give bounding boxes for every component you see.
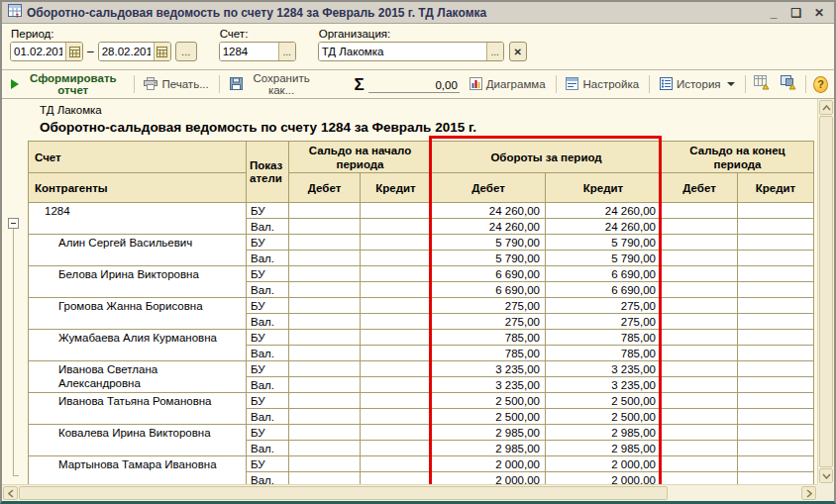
start-debit-cell[interactable] [289,441,361,456]
save-as-button[interactable]: Сохранить как... [227,70,320,98]
start-credit-cell[interactable] [361,282,432,298]
calendar-icon[interactable] [65,43,82,60]
end-debit-cell[interactable] [662,235,738,251]
turn-credit-cell[interactable]: 2 500,00 [546,409,662,425]
end-debit-cell[interactable] [662,251,738,266]
end-credit-cell[interactable] [738,314,814,330]
end-debit-cell[interactable] [662,377,738,393]
indicator-cell[interactable]: Вал. [247,346,289,361]
end-credit-cell[interactable] [738,456,814,472]
turn-debit-cell[interactable]: 2 500,00 [432,409,546,425]
indicator-cell[interactable]: Вал. [247,409,289,425]
turn-debit-cell[interactable]: 785,00 [432,346,546,361]
start-credit-cell[interactable] [361,361,432,377]
start-debit-cell[interactable] [289,282,361,298]
turn-credit-cell[interactable]: 2 500,00 [546,393,662,409]
start-debit-cell[interactable] [289,203,361,219]
period-more-button[interactable]: ... [175,42,197,61]
start-credit-cell[interactable] [361,314,432,330]
end-debit-cell[interactable] [662,219,738,235]
start-debit-cell[interactable] [289,219,361,235]
save-values-button[interactable] [779,73,798,95]
end-debit-cell[interactable] [662,298,738,314]
print-button[interactable]: Печать... [141,75,211,94]
end-credit-cell[interactable] [738,282,814,298]
indicator-cell[interactable]: БУ [247,203,289,219]
end-debit-cell[interactable] [662,266,738,282]
period-from-input[interactable] [11,43,65,60]
end-credit-cell[interactable] [738,425,814,441]
turn-credit-cell[interactable]: 5 790,00 [546,235,662,251]
start-credit-cell[interactable] [361,251,432,266]
turn-debit-cell[interactable]: 6 690,00 [432,282,546,298]
end-credit-cell[interactable] [738,219,814,235]
end-credit-cell[interactable] [738,472,814,485]
indicator-cell[interactable]: БУ [247,425,289,441]
contractor-cell[interactable]: Алин Сергей Васильевич [29,235,247,266]
organization-input[interactable] [319,43,486,60]
turn-credit-cell[interactable]: 785,00 [546,346,662,361]
indicator-cell[interactable]: Вал. [247,314,289,330]
start-credit-cell[interactable] [361,203,432,219]
start-debit-cell[interactable] [289,314,361,330]
end-credit-cell[interactable] [738,377,814,393]
scroll-left-button[interactable] [3,486,18,500]
contractor-cell[interactable]: Жумабаева Алия Курмановна [29,330,247,361]
start-debit-cell[interactable] [289,377,361,393]
horizontal-scroll-thumb[interactable] [19,486,668,500]
start-credit-cell[interactable] [361,456,432,472]
contractor-cell[interactable]: 1284 [29,203,247,235]
end-credit-cell[interactable] [738,298,814,314]
turn-credit-cell[interactable]: 2 000,00 [546,472,662,485]
turn-credit-cell[interactable]: 5 790,00 [546,251,662,266]
indicator-cell[interactable]: БУ [247,298,289,314]
start-debit-cell[interactable] [289,425,361,441]
contractor-cell[interactable]: Мартынова Тамара Ивановна [29,456,247,485]
end-credit-cell[interactable] [738,393,814,409]
turn-debit-cell[interactable]: 275,00 [432,314,546,330]
start-debit-cell[interactable] [289,409,361,425]
indicator-cell[interactable]: БУ [247,456,289,472]
maximize-button[interactable]: ❑ [787,5,805,21]
end-debit-cell[interactable] [662,409,738,425]
start-credit-cell[interactable] [361,330,432,346]
turn-credit-cell[interactable]: 2 985,00 [546,425,662,441]
end-debit-cell[interactable] [662,425,738,441]
close-button[interactable]: ✕ [810,5,828,21]
indicator-cell[interactable]: Вал. [247,441,289,456]
start-debit-cell[interactable] [289,393,361,409]
start-credit-cell[interactable] [361,377,432,393]
account-input[interactable] [220,43,278,60]
account-select-button[interactable]: ... [278,43,295,60]
start-debit-cell[interactable] [289,251,361,266]
turn-credit-cell[interactable]: 3 235,00 [546,361,662,377]
organization-clear-button[interactable]: ✕ [509,42,527,61]
start-credit-cell[interactable] [361,346,432,361]
turn-credit-cell[interactable]: 2 000,00 [546,456,662,472]
vertical-scrollbar[interactable] [817,99,834,484]
end-debit-cell[interactable] [662,203,738,219]
contractor-cell[interactable]: Громова Жанна Борисовна [29,298,247,330]
start-debit-cell[interactable] [289,235,361,251]
turn-credit-cell[interactable]: 3 235,00 [546,377,662,393]
titlebar[interactable]: т Оборотно-сальдовая ведомость по счету … [2,2,834,24]
turn-credit-cell[interactable]: 2 985,00 [546,441,662,456]
start-credit-cell[interactable] [361,266,432,282]
chart-button[interactable]: Диаграмма [467,75,549,94]
turn-credit-cell[interactable]: 785,00 [546,330,662,346]
end-debit-cell[interactable] [662,393,738,409]
turn-debit-cell[interactable]: 5 790,00 [432,235,546,251]
indicator-cell[interactable]: Вал. [247,377,289,393]
start-credit-cell[interactable] [361,393,432,409]
indicator-cell[interactable]: БУ [247,361,289,377]
indicator-cell[interactable]: БУ [247,393,289,409]
end-debit-cell[interactable] [662,472,738,485]
indicator-cell[interactable]: Вал. [247,282,289,298]
start-credit-cell[interactable] [361,441,432,456]
scroll-up-button[interactable] [819,100,833,115]
turn-debit-cell[interactable]: 24 260,00 [432,203,546,219]
scroll-right-button[interactable] [801,486,816,500]
end-credit-cell[interactable] [738,203,814,219]
turn-debit-cell[interactable]: 3 235,00 [432,361,546,377]
start-debit-cell[interactable] [289,330,361,346]
